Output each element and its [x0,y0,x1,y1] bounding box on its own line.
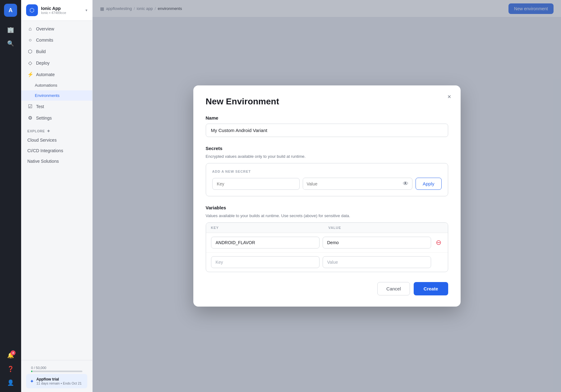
trial-title: Appflow trial [36,377,82,381]
sidebar-item-label-automate: Automate [36,72,55,77]
toggle-visibility-button[interactable]: 👁 [399,178,412,189]
sidebar-item-settings[interactable]: ⚙ Settings [21,112,92,124]
modal-overlay: × New Environment Name Secrets Encrypted… [93,0,561,392]
app-selector[interactable]: ⬡ Ionic App Ionic • 47489cce ▾ [21,0,92,21]
deploy-icon: ◇ [27,60,33,66]
cancel-button[interactable]: Cancel [377,282,410,295]
sidebar-item-label-settings: Settings [36,116,52,121]
close-button[interactable]: × [444,92,454,102]
automate-icon: ⚡ [27,71,33,77]
settings-icon: ⚙ [27,115,33,121]
sidebar-item-label-environments: Environments [35,93,59,98]
sidebar-item-label-build: Build [36,49,46,54]
sidebar-item-test[interactable]: ☑ Test [21,101,92,112]
secret-row: 👁 Apply [212,178,442,190]
add-secret-label: ADD A NEW SECRET [212,170,442,173]
apply-secret-button[interactable]: Apply [416,178,442,190]
name-label: Name [206,115,448,121]
var-value-input-1[interactable] [323,237,431,248]
app-name: Ionic App [41,6,82,11]
sidebar-item-deploy[interactable]: ◇ Deploy [21,57,92,69]
modal-footer: Cancel Create [206,282,448,295]
remove-variable-button-1[interactable]: ⊖ [434,238,443,247]
variables-desc: Values available to your builds at runti… [206,213,448,218]
notification-badge: 4 [11,350,16,355]
usage-label: 0 / 50,000 [31,366,82,370]
sidebar-item-cicd[interactable]: CI/CD Integrations [21,145,92,156]
variables-box: KEY VALUE ⊖ [206,222,448,272]
sidebar-item-environments[interactable]: Environments [21,90,92,101]
home-icon: ⌂ [27,26,33,32]
rail-icon-help[interactable]: ❓ [5,363,16,375]
sidebar-item-commits[interactable]: ○ Commits [21,34,92,46]
variable-row-2 [206,253,448,272]
variables-label: Variables [206,205,448,210]
sidebar-item-automations[interactable]: Automations [21,80,92,90]
secret-key-input[interactable] [212,178,300,190]
create-button[interactable]: Create [414,282,448,295]
col-value-label: VALUE [329,226,443,230]
new-environment-modal: × New Environment Name Secrets Encrypted… [193,85,461,307]
variables-header-row: KEY VALUE [206,223,448,233]
variable-row-1: ⊖ [206,233,448,253]
progress-bar-fill [31,371,32,372]
secrets-group: Secrets Encrypted values available only … [206,146,448,196]
commits-icon: ○ [27,37,33,43]
sidebar-item-label-overview: Overview [36,26,54,31]
secrets-label: Secrets [206,146,448,151]
sidebar-item-native[interactable]: Native Solutions [21,156,92,166]
sidebar-item-label-commits: Commits [36,38,53,43]
var-key-input-1[interactable] [211,237,320,248]
explore-section: EXPLORE ✦ Cloud Services CI/CD Integrati… [21,126,92,166]
name-field-group: Name [206,115,448,137]
main-area: ▦ appflowtesting / ionic app / environme… [93,0,561,392]
rail-icon-user[interactable]: 👤 [5,377,16,388]
secret-value-input[interactable] [303,178,399,189]
app-subtitle: Ionic • 47489cce [41,11,82,15]
sidebar-item-overview[interactable]: ⌂ Overview [21,23,92,34]
progress-bar-bg [31,371,82,372]
sidebar: ⬡ Ionic App Ionic • 47489cce ▾ ⌂ Overvie… [21,0,93,392]
trial-icon: ✦ [30,378,34,384]
trial-text-wrap: Appflow trial 11 days remain • Ends Oct … [36,377,82,385]
modal-title: New Environment [206,97,448,107]
trial-banner[interactable]: ✦ Appflow trial 11 days remain • Ends Oc… [26,374,87,388]
explore-header: EXPLORE ✦ [21,126,92,135]
col-key-label: KEY [211,226,325,230]
test-icon: ☑ [27,103,33,109]
chevron-down-icon[interactable]: ▾ [85,8,87,12]
rail-icon-search[interactable]: 🔍 [5,38,16,49]
usage-progress: 0 / 50,000 [31,366,82,372]
sidebar-footer: 0 / 50,000 ✦ Appflow trial 11 days remai… [21,360,92,392]
sidebar-item-label-test: Test [36,104,44,109]
app-info: Ionic App Ionic • 47489cce [41,6,82,15]
trial-subtitle: 11 days remain • Ends Oct 21 [36,381,82,385]
rail-icon-notifications[interactable]: 🔔 4 [5,350,16,361]
variables-group: Variables Values available to your build… [206,205,448,272]
sidebar-item-label-automations: Automations [35,83,57,88]
var-value-input-2[interactable] [323,256,431,268]
name-input[interactable] [206,124,448,137]
sidebar-item-label-deploy: Deploy [36,61,50,66]
var-key-input-2[interactable] [211,256,320,268]
sidebar-item-build[interactable]: ⬡ Build [21,46,92,57]
secret-value-wrap: 👁 [303,178,412,190]
sidebar-item-cloud-services[interactable]: Cloud Services [21,135,92,145]
explore-sparkle-icon: ✦ [47,129,51,134]
app-logo[interactable]: A [4,4,17,17]
app-icon: ⬡ [26,4,38,16]
icon-rail: A 🏢 🔍 🔔 4 ❓ 👤 [0,0,21,392]
build-icon: ⬡ [27,48,33,54]
secrets-desc: Encrypted values available only to your … [206,154,448,159]
main-nav: ⌂ Overview ○ Commits ⬡ Build ◇ Deploy ⚡ … [21,21,92,126]
secrets-box: ADD A NEW SECRET 👁 Apply [206,163,448,196]
rail-icon-building[interactable]: 🏢 [5,24,16,35]
sidebar-item-automate[interactable]: ⚡ Automate [21,69,92,80]
